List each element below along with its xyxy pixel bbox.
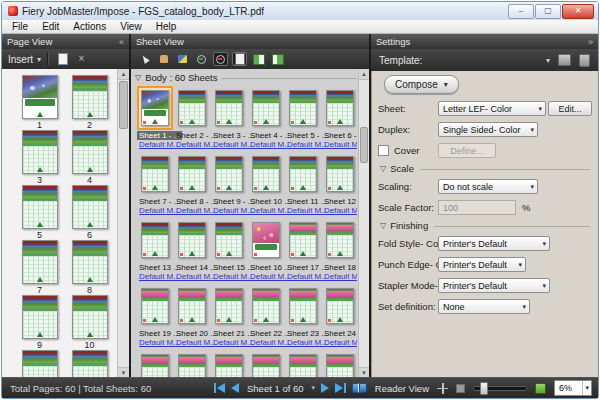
- sheet-thumbnail[interactable]: [285, 350, 321, 378]
- page-thumbnail[interactable]: [72, 350, 108, 378]
- section-collapse-icon[interactable]: ▽: [380, 164, 386, 173]
- scrollbar-thumb[interactable]: [360, 127, 368, 163]
- minimize-button[interactable]: –: [508, 4, 534, 19]
- page-thumbnail[interactable]: [22, 350, 58, 378]
- page-thumbnail[interactable]: [22, 240, 58, 284]
- stapler-mode--color-select[interactable]: Printer's Default▾: [438, 278, 550, 293]
- reader-view-book-icon[interactable]: [352, 383, 367, 393]
- menu-edit[interactable]: Edit: [35, 20, 66, 33]
- page-view-scrollbar[interactable]: ▲ ▼: [117, 69, 129, 378]
- page-thumbnail[interactable]: [22, 185, 58, 229]
- menu-actions[interactable]: Actions: [66, 20, 113, 33]
- sheet-content-view-icon[interactable]: [232, 52, 247, 66]
- page-thumbnail[interactable]: [22, 130, 58, 174]
- layout-spread-icon[interactable]: [270, 52, 285, 66]
- media-mapping-link[interactable]: Default M...: [322, 206, 357, 215]
- next-sheet-icon[interactable]: [321, 383, 329, 393]
- zoom-level-select[interactable]: 6% ▾: [554, 380, 592, 396]
- zoom-slider[interactable]: [473, 386, 527, 391]
- layout-single-icon[interactable]: [251, 52, 266, 66]
- zoom-in-end-icon[interactable]: [535, 383, 546, 394]
- sheet-thumbnail[interactable]: [322, 152, 358, 196]
- sheet-thumbnail[interactable]: [211, 218, 247, 262]
- cover-checkbox[interactable]: [378, 145, 389, 156]
- maximize-button[interactable]: ▢: [535, 4, 561, 19]
- sheet-select[interactable]: Letter LEF- Color▾: [438, 101, 546, 116]
- media-mapping-link[interactable]: Default M...: [322, 272, 357, 281]
- section-collapse-icon[interactable]: ▽: [380, 221, 386, 230]
- sheet-thumbnail[interactable]: [248, 152, 284, 196]
- sheet-nav-dropdown-icon[interactable]: ▾: [312, 384, 316, 392]
- sheet-thumbnail[interactable]: [137, 218, 173, 262]
- expand-panel-icon[interactable]: »: [588, 37, 593, 47]
- menu-file[interactable]: File: [5, 20, 35, 33]
- sheet-thumbnail[interactable]: [322, 86, 358, 130]
- measure-icon[interactable]: [175, 52, 190, 66]
- delete-page-icon[interactable]: ×: [74, 52, 89, 66]
- last-sheet-icon[interactable]: [335, 383, 346, 393]
- sheet-thumbnail[interactable]: [137, 284, 173, 328]
- collapse-group-icon[interactable]: ▽: [135, 73, 141, 82]
- sheet-thumbnail[interactable]: [248, 86, 284, 130]
- sheet-thumbnail[interactable]: [285, 218, 321, 262]
- scrollbar-thumb[interactable]: [119, 81, 128, 129]
- scroll-up-icon[interactable]: ▲: [118, 69, 129, 80]
- sheet-thumbnail[interactable]: [174, 86, 210, 130]
- sheet-thumbnail[interactable]: [211, 350, 247, 378]
- close-button[interactable]: ✕: [562, 4, 594, 19]
- set-definition-select[interactable]: None▾: [438, 299, 530, 314]
- save-template-icon[interactable]: [558, 54, 571, 66]
- sheet-thumbnail[interactable]: [285, 284, 321, 328]
- sheet-thumbnail[interactable]: [322, 218, 358, 262]
- scaling-select[interactable]: Do not scale▾: [438, 179, 538, 194]
- punch-edge--color-select[interactable]: Printer's Default▾: [438, 257, 526, 272]
- page-thumbnail[interactable]: [72, 295, 108, 339]
- media-mapping-link[interactable]: Default M...: [322, 338, 357, 347]
- hand-pan-icon[interactable]: [156, 52, 171, 66]
- page-thumbnail[interactable]: [22, 295, 58, 339]
- menu-view[interactable]: View: [113, 20, 149, 33]
- reader-view-button[interactable]: Reader View: [375, 383, 429, 394]
- sheet-thumbnail[interactable]: [211, 284, 247, 328]
- sheet-thumbnail[interactable]: [285, 152, 321, 196]
- zoom-out-end-icon[interactable]: [456, 384, 465, 393]
- media-mapping-link[interactable]: Default M...: [322, 140, 357, 149]
- zoom-slider-thumb[interactable]: [480, 382, 488, 395]
- zoom-out-icon[interactable]: [213, 52, 228, 66]
- select-arrow-icon[interactable]: [137, 52, 152, 66]
- body-group-header[interactable]: ▽ Body : 60 Sheets: [135, 71, 357, 84]
- sheet-thumbnail[interactable]: [211, 152, 247, 196]
- sheet-thumbnail[interactable]: [248, 350, 284, 378]
- sheet-thumbnail[interactable]: [137, 152, 173, 196]
- page-thumbnail[interactable]: [72, 185, 108, 229]
- template-dropdown-icon[interactable]: ▾: [546, 56, 550, 65]
- compose-button[interactable]: Compose ▾: [384, 75, 459, 94]
- first-sheet-icon[interactable]: [214, 383, 225, 393]
- insert-menu-button[interactable]: Insert: [8, 54, 33, 65]
- menu-help[interactable]: Help: [149, 20, 184, 33]
- sheet-view-scrollbar[interactable]: ▲ ▼: [358, 69, 369, 378]
- previous-sheet-icon[interactable]: [231, 383, 239, 393]
- sheet-thumbnail[interactable]: [322, 284, 358, 328]
- page-thumbnail[interactable]: [22, 75, 58, 119]
- sheet-thumbnail[interactable]: [174, 152, 210, 196]
- zoom-in-icon[interactable]: [194, 52, 209, 66]
- edit-button[interactable]: Edit...: [548, 101, 592, 116]
- pan-tool-icon[interactable]: [437, 383, 448, 394]
- page-thumbnail[interactable]: [72, 240, 108, 284]
- sheet-thumbnail[interactable]: [137, 86, 173, 130]
- insert-caret-icon[interactable]: ▾: [37, 55, 41, 64]
- scroll-up-icon[interactable]: ▲: [359, 69, 369, 80]
- fold-style--color-select[interactable]: Printer's Default▾: [438, 236, 550, 251]
- sheet-thumbnail[interactable]: [174, 350, 210, 378]
- sheet-thumbnail[interactable]: [174, 218, 210, 262]
- page-thumbnail[interactable]: [72, 130, 108, 174]
- sheet-thumbnail[interactable]: [285, 86, 321, 130]
- sheet-thumbnail[interactable]: [248, 218, 284, 262]
- title-bar[interactable]: Fiery JobMaster/Impose - FGS_catalog_bod…: [2, 2, 598, 20]
- page-thumbnail[interactable]: [72, 75, 108, 119]
- sheet-thumbnail[interactable]: [211, 86, 247, 130]
- duplicate-page-icon[interactable]: [55, 52, 70, 66]
- sheet-thumbnail[interactable]: [137, 350, 173, 378]
- delete-template-icon[interactable]: [579, 54, 590, 67]
